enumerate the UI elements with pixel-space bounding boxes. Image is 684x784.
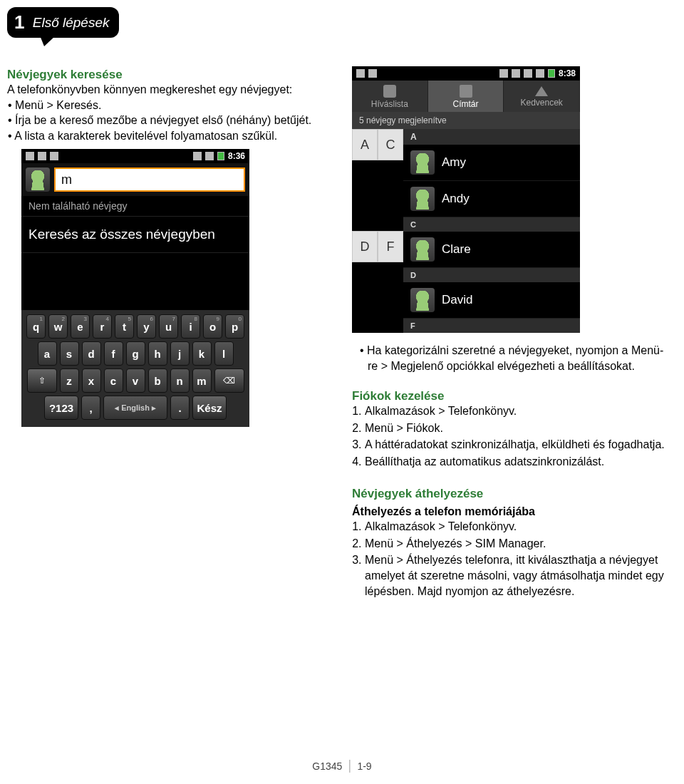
key-u[interactable]: 7u	[159, 314, 178, 339]
index-D[interactable]: D	[352, 231, 378, 262]
categorize-note: • Ha kategorizálni szeretné a névjegyeke…	[352, 343, 670, 373]
key-w[interactable]: 2w	[48, 314, 68, 339]
status-icon	[26, 152, 34, 160]
intro-text: A telefonkönyvben könnyen megkereshet eg…	[7, 82, 335, 98]
status-icon	[356, 69, 365, 78]
key-c[interactable]: c	[104, 368, 123, 393]
footer-page: 1-9	[357, 760, 371, 772]
chapter-tab: 1 Első lépések	[7, 7, 119, 38]
section-header: F	[403, 319, 580, 333]
bullet-3: • A lista a karakterek bevitelével folya…	[7, 128, 335, 144]
alpha-index-grid: ACDF	[352, 129, 403, 333]
contact-name: Clare	[442, 242, 471, 257]
key-d[interactable]: d	[82, 341, 101, 366]
key-backspace[interactable]: ⌫	[214, 368, 244, 393]
signal-icon	[193, 152, 202, 160]
list-item: Alkalmazások > Telefonkönyv.	[365, 403, 670, 419]
key-l[interactable]: l	[214, 341, 234, 366]
key-i[interactable]: 8i	[181, 314, 200, 339]
footer-model: G1345	[312, 760, 342, 772]
tab-label: Híváslista	[371, 99, 408, 109]
key-x[interactable]: x	[82, 368, 101, 393]
status-time: 8:38	[559, 68, 576, 78]
status-icons-right: 8:38	[499, 68, 576, 78]
avatar-icon	[410, 288, 435, 312]
index-F[interactable]: F	[378, 231, 403, 262]
key-r[interactable]: 4r	[93, 314, 112, 339]
key-y[interactable]: 6y	[137, 314, 156, 339]
section-title-accounts: Fiókok kezelése	[352, 389, 670, 403]
speech-tail-icon	[40, 36, 56, 46]
key-j[interactable]: j	[170, 341, 190, 366]
index-C[interactable]: C	[378, 129, 403, 160]
list-item: A háttéradatokat szinkronizálhatja, elkü…	[365, 437, 670, 453]
tabs: Híváslista Címtár Kedvencek	[352, 81, 580, 112]
key-m[interactable]: m	[192, 368, 212, 393]
key-k[interactable]: k	[192, 341, 212, 366]
contact-name: David	[442, 293, 472, 307]
left-column: Névjegyek keresése A telefonkönyvben kön…	[7, 61, 335, 600]
battery-icon	[217, 152, 224, 160]
key-o[interactable]: 9o	[203, 314, 222, 339]
signal-icon	[536, 69, 544, 78]
section-title-move: Névjegyek áthelyezése	[352, 487, 670, 501]
key-language[interactable]: ◂ English ▸	[103, 396, 167, 420]
section-header: C	[403, 217, 580, 232]
key-a[interactable]: a	[38, 341, 57, 366]
contacts-area: ACDF AAmyAndyCClareDDavidF	[352, 129, 580, 333]
contact-row[interactable]: David	[403, 282, 580, 319]
key-f[interactable]: f	[104, 341, 123, 366]
page-footer: G1345 1-9	[312, 760, 371, 773]
tab-favorites[interactable]: Kedvencek	[504, 81, 580, 112]
section-title-search: Névjegyek keresése	[7, 68, 335, 82]
accounts-steps: Alkalmazások > Telefonkönyv.Menü > Fióko…	[352, 403, 670, 469]
status-icons-right: 8:36	[193, 151, 245, 161]
signal-icon	[524, 69, 532, 78]
tab-label: Kedvencek	[520, 98, 562, 108]
section-header: A	[403, 129, 580, 145]
search-all-row[interactable]: Keresés az összes névjegyben	[21, 216, 249, 253]
key-symbols[interactable]: ?123	[44, 396, 78, 420]
phone-search-screenshot: 8:36 m Nem található névjegy Keresés az …	[21, 149, 249, 427]
key-t[interactable]: 5t	[115, 314, 134, 339]
chapter-title: Első lépések	[33, 15, 110, 30]
index-A[interactable]: A	[352, 129, 378, 160]
contact-row[interactable]: Andy	[403, 181, 580, 217]
tab-call-log[interactable]: Híváslista	[352, 81, 428, 112]
key-z[interactable]: z	[60, 368, 79, 393]
status-icon	[499, 69, 508, 78]
avatar-icon	[410, 150, 435, 175]
right-column: 8:38 Híváslista Címtár Kedvencek 5 névje…	[352, 61, 670, 600]
avatar-icon	[410, 237, 435, 262]
soft-keyboard: 1q2w3e4r5t6y7u8i9o0p asdfghjkl ⇧zxcvbnm⌫…	[21, 310, 249, 427]
key-h[interactable]: h	[148, 341, 167, 366]
list-item: Menü > Fiókok.	[365, 421, 670, 436]
key-period[interactable]: .	[170, 396, 190, 420]
key-p[interactable]: 0p	[225, 314, 244, 339]
status-bar: 8:38	[352, 66, 580, 81]
search-input[interactable]: m	[54, 167, 245, 192]
key-s[interactable]: s	[60, 341, 79, 366]
contact-list: AAmyAndyCClareDDavidF	[403, 129, 580, 333]
contact-row[interactable]: Amy	[403, 145, 580, 181]
key-comma[interactable]: ‚	[81, 396, 100, 420]
key-b[interactable]: b	[148, 368, 167, 393]
status-bar: 8:36	[21, 149, 249, 163]
key-n[interactable]: n	[170, 368, 190, 393]
signal-icon	[205, 152, 214, 160]
key-g[interactable]: g	[126, 341, 145, 366]
move-steps: Alkalmazások > Telefonkönyv.Menü > Áthel…	[352, 519, 670, 599]
status-icons-left	[356, 69, 377, 78]
status-icons-left	[26, 152, 58, 160]
contact-row[interactable]: Clare	[403, 232, 580, 268]
key-e[interactable]: 3e	[71, 314, 90, 339]
key-shift[interactable]: ⇧	[27, 368, 57, 393]
key-q[interactable]: 1q	[26, 314, 46, 339]
key-v[interactable]: v	[126, 368, 145, 393]
key-done[interactable]: Kész	[192, 396, 227, 420]
move-subtitle: Áthelyezés a telefon memóriájába	[352, 504, 670, 520]
phone-contacts-screenshot: 8:38 Híváslista Címtár Kedvencek 5 névje…	[352, 66, 580, 333]
tab-contacts[interactable]: Címtár	[428, 81, 504, 112]
list-item: Alkalmazások > Telefonkönyv.	[365, 519, 670, 535]
no-result-label: Nem található névjegy	[21, 196, 249, 216]
